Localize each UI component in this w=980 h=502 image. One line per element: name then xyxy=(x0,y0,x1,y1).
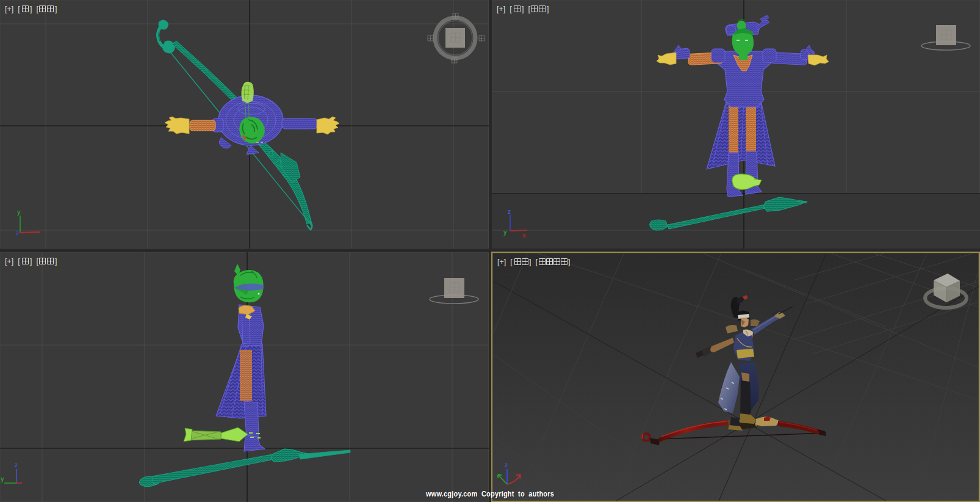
svg-text:] [: ] [ xyxy=(30,257,38,266)
svg-text:]: ] xyxy=(568,258,570,266)
svg-text:z: z xyxy=(505,462,508,468)
svg-text:y: y xyxy=(17,209,21,216)
svg-text:]: ] xyxy=(55,5,57,13)
svg-text:[+] [: [+] [ xyxy=(497,5,512,13)
svg-text:z: z xyxy=(15,462,18,468)
svg-text:] [: ] [ xyxy=(529,258,538,266)
svg-text:[+] [: [+] [ xyxy=(5,257,20,266)
svg-text:]: ] xyxy=(55,257,57,266)
svg-text:z: z xyxy=(16,230,19,236)
svg-text:y: y xyxy=(1,476,4,482)
svg-text:y: y xyxy=(503,229,507,236)
svg-text:] [: ] [ xyxy=(522,5,530,13)
svg-text:x: x xyxy=(522,232,526,239)
svg-text:[+] [: [+] [ xyxy=(5,5,20,13)
svg-text:z: z xyxy=(508,208,511,215)
svg-text:] [: ] [ xyxy=(30,5,38,13)
svg-text:[+] [: [+] [ xyxy=(497,258,513,266)
svg-text:]: ] xyxy=(547,5,549,13)
